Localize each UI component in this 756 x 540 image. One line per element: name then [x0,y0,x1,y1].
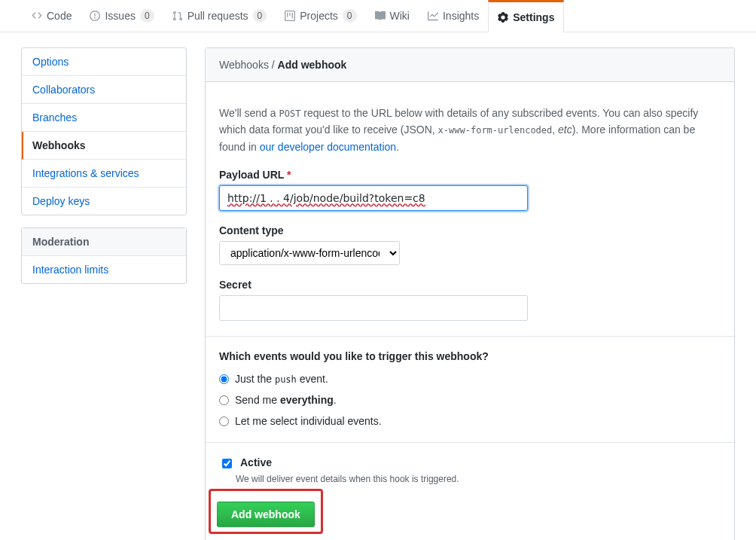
projects-count: 0 [343,9,357,23]
radio-everything[interactable]: Send me everything. [219,394,721,406]
active-checkbox-row[interactable]: Active [219,456,721,471]
content-type-select[interactable]: application/x-www-form-urlencoded [219,241,400,265]
sidebar-item-collaborators[interactable]: Collaborators [22,76,186,104]
sidebar-item-deploy-keys[interactable]: Deploy keys [22,188,186,215]
tab-label: Settings [513,11,554,23]
tab-label: Pull requests [187,10,248,22]
tab-label: Issues [105,10,135,22]
gear-icon [498,12,508,23]
settings-sidebar: Options Collaborators Branches Webhooks … [21,47,187,540]
radio-individual[interactable]: Let me select individual events. [219,415,721,427]
tab-code[interactable]: Code [23,0,81,32]
tab-issues[interactable]: Issues 0 [81,0,163,32]
pulls-count: 0 [253,9,267,23]
tab-settings[interactable]: Settings [488,0,564,32]
tab-insights[interactable]: Insights [419,0,488,32]
sidebar-item-integrations[interactable]: Integrations & services [22,160,186,188]
tab-label: Insights [443,10,479,22]
content-type-label: Content type [219,224,721,236]
radio-just-push[interactable]: Just the push event. [219,373,721,385]
code-icon [32,11,42,21]
payload-url-label: Payload URL * [219,169,721,181]
book-icon [375,11,386,21]
graph-icon [428,11,438,21]
repo-tabs: Code Issues 0 Pull requests 0 Projects 0… [0,0,756,32]
project-icon [285,11,295,21]
add-webhook-button[interactable]: Add webhook [217,502,315,527]
active-note: We will deliver event details when this … [236,474,721,484]
sidebar-item-branches[interactable]: Branches [22,104,186,132]
payload-url-input[interactable]: http://1 . . 4/job/node/build?token=c8 [219,185,528,211]
tab-pulls[interactable]: Pull requests 0 [163,0,276,32]
events-title: Which events would you like to trigger t… [219,350,721,362]
secret-label: Secret [219,279,721,291]
sidebar-item-interaction-limits[interactable]: Interaction limits [22,256,186,283]
sidebar-header-moderation: Moderation [22,228,186,256]
tab-label: Wiki [390,10,410,22]
active-checkbox[interactable] [222,459,232,468]
tab-label: Projects [300,10,338,22]
developer-docs-link[interactable]: our developer documentation [260,141,396,153]
git-pull-icon [172,11,183,21]
tab-label: Code [47,10,72,22]
highlight-annotation: Add webhook [209,489,323,534]
sidebar-item-webhooks[interactable]: Webhooks [22,132,186,160]
description: We'll send a POST request to the URL bel… [219,105,721,155]
breadcrumb-current: Add webhook [278,59,347,71]
issue-icon [90,11,100,21]
breadcrumb: Webhooks / Add webhook [206,48,734,82]
breadcrumb-root[interactable]: Webhooks [219,59,269,71]
tab-wiki[interactable]: Wiki [366,0,419,32]
active-label: Active [240,456,272,468]
sidebar-item-options[interactable]: Options [22,48,186,76]
issues-count: 0 [140,9,154,23]
secret-input[interactable] [219,295,528,321]
tab-projects[interactable]: Projects 0 [276,0,365,32]
